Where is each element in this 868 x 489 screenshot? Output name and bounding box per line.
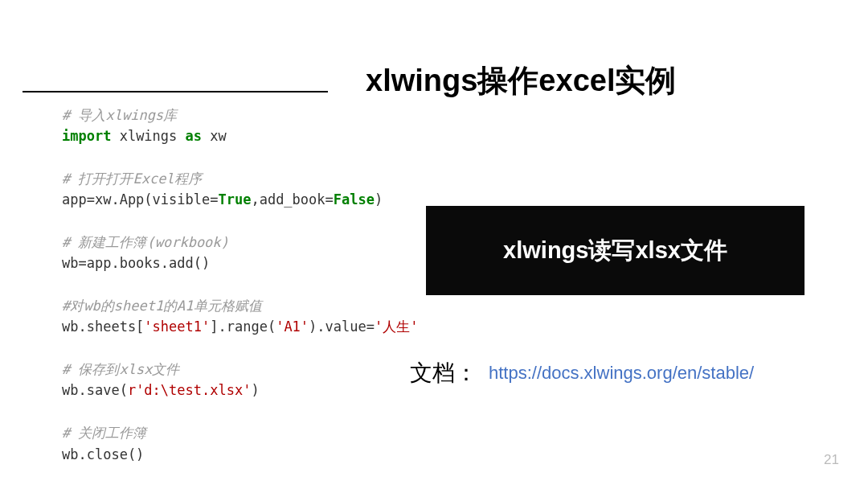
code-text: wb.save( <box>62 382 128 398</box>
code-comment: # 导入xlwings库 <box>62 107 177 123</box>
code-comment: # 打开打开Excel程序 <box>62 171 202 187</box>
code-string: '人生' <box>375 318 418 335</box>
code-comment: # 新建工作簿(workbook) <box>62 234 229 250</box>
code-text: wb=app.books.add() <box>62 255 210 271</box>
page-number: 21 <box>824 452 839 468</box>
code-text: xw <box>202 128 227 144</box>
code-text: ) <box>251 382 259 398</box>
banner-box: xlwings读写xlsx文件 <box>426 206 805 295</box>
code-text: app=xw.App(visible= <box>62 191 218 208</box>
code-comment: #对wb的sheet1的A1单元格赋值 <box>62 298 262 314</box>
code-block: # 导入xlwings库 import xlwings as xw # 打开打开… <box>62 105 418 489</box>
code-text: xlwings <box>111 128 185 144</box>
doc-label: 文档： <box>410 358 477 388</box>
doc-link[interactable]: https://docs.xlwings.org/en/stable/ <box>489 363 754 384</box>
code-keyword: True <box>218 191 251 208</box>
code-string: r'd:\test.xlsx' <box>128 382 252 398</box>
banner-text: xlwings读写xlsx文件 <box>503 235 727 267</box>
code-comment: # 关闭工作簿 <box>62 425 146 441</box>
code-string: 'sheet1' <box>144 318 210 335</box>
divider-line <box>23 91 328 92</box>
slide-title: xlwings操作excel实例 <box>366 60 676 101</box>
code-comment: # 保存到xlsx文件 <box>62 361 179 377</box>
code-keyword: import <box>62 128 111 144</box>
code-text: wb.sheets[ <box>62 318 144 335</box>
code-text: ].range( <box>210 318 276 335</box>
code-keyword: as <box>186 128 202 144</box>
code-text: ).value= <box>309 318 375 335</box>
code-text: wb.close() <box>62 446 144 462</box>
code-string: 'A1' <box>276 318 309 335</box>
code-text: ) <box>375 191 383 208</box>
code-text: ,add_book= <box>251 191 333 208</box>
code-keyword: False <box>334 191 375 208</box>
doc-row: 文档： https://docs.xlwings.org/en/stable/ <box>410 358 754 388</box>
